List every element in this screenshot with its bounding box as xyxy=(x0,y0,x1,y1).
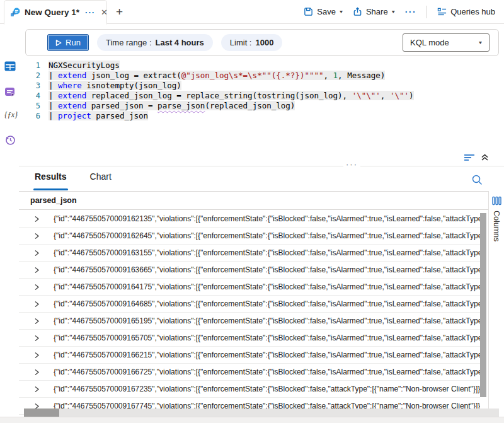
expand-chevron-icon[interactable] xyxy=(34,250,40,256)
table-row[interactable]: {"id":"4467550570009163665","violations"… xyxy=(19,262,480,279)
new-tab-button[interactable]: + xyxy=(116,5,123,19)
expand-chevron-icon[interactable] xyxy=(34,335,40,341)
panel-resize-handle[interactable]: ··· xyxy=(343,159,360,169)
limit-picker[interactable]: Limit : 1000 xyxy=(221,34,283,51)
row-json-text: {"id":"4467550570009163155","violations"… xyxy=(54,248,480,257)
code-line[interactable]: 6| project parsed_json xyxy=(19,111,504,121)
row-json-text: {"id":"4467550570009163665","violations"… xyxy=(54,265,480,274)
results-tab-chart[interactable]: Chart xyxy=(90,171,112,190)
row-json-text: {"id":"4467550570009166725","violations"… xyxy=(54,368,480,376)
azure-data-explorer-window: New Query 1* ··· ✕ + Save ▾ xyxy=(0,0,504,423)
left-rail: {ƒx} xyxy=(0,25,19,423)
panel-divider xyxy=(19,166,504,166)
vertical-scrollbar[interactable] xyxy=(480,213,486,397)
time-range-value: Last 4 hours xyxy=(156,38,204,47)
table-row[interactable]: {"id":"4467550570009167235","violations"… xyxy=(19,381,480,398)
tab-close-icon[interactable]: ✕ xyxy=(101,8,108,17)
results-tab-list: ResultsChart xyxy=(35,171,112,190)
table-row[interactable]: {"id":"4467550570009162645","violations"… xyxy=(19,228,480,245)
share-button[interactable]: Share ▾ xyxy=(350,7,398,16)
table-row[interactable]: {"id":"4467550570009162135","violations"… xyxy=(19,211,480,228)
share-icon xyxy=(353,7,362,16)
format-lines-icon[interactable] xyxy=(464,154,475,161)
expand-chevron-icon[interactable] xyxy=(34,267,40,273)
time-range-picker[interactable]: Time range : Last 4 hours xyxy=(97,34,213,51)
row-json-text: {"id":"4467550570009164175","violations"… xyxy=(54,282,480,291)
run-button[interactable]: Run xyxy=(47,34,89,51)
line-number: 4 xyxy=(19,91,40,101)
code-line[interactable]: 2| extend json_log = extract(@"json_log\… xyxy=(19,71,504,81)
code-line[interactable]: 4| extend replaced_json_log = replace_st… xyxy=(19,91,504,101)
tab-more-icon[interactable]: ··· xyxy=(85,8,95,17)
row-json-text: {"id":"4467550570009162135","violations"… xyxy=(54,214,480,223)
line-number: 3 xyxy=(19,81,40,91)
expand-chevron-icon[interactable] xyxy=(34,301,40,307)
table-row[interactable]: {"id":"4467550570009163155","violations"… xyxy=(19,245,480,262)
limit-label: Limit : xyxy=(230,38,252,47)
play-icon xyxy=(55,40,62,46)
save-chevron-down-icon[interactable]: ▾ xyxy=(340,9,343,14)
share-chevron-down-icon[interactable]: ▾ xyxy=(392,9,395,14)
table-row[interactable]: {"id":"4467550570009164685","violations"… xyxy=(19,296,480,313)
expand-chevron-icon[interactable] xyxy=(34,216,40,222)
tab-title: New Query 1* xyxy=(25,8,79,17)
query-mode-value: KQL mode xyxy=(410,38,449,47)
row-json-text: {"id":"4467550570009165195","violations"… xyxy=(54,316,480,325)
results-tab-results[interactable]: Results xyxy=(35,171,67,190)
expand-chevron-icon[interactable] xyxy=(34,318,40,324)
query-mode-select[interactable]: KQL mode ▾ xyxy=(403,33,490,52)
columns-icon xyxy=(492,196,501,206)
code-text: | extend json_log = extract(@"json_log\s… xyxy=(49,71,385,81)
table-row[interactable]: {"id":"4467550570009165705","violations"… xyxy=(19,330,480,347)
table-row[interactable]: {"id":"4467550570009165195","violations"… xyxy=(19,313,480,330)
expand-chevron-icon[interactable] xyxy=(34,233,40,239)
save-button[interactable]: Save ▾ xyxy=(301,7,345,16)
code-text: NGXSecurityLogs xyxy=(49,61,120,71)
search-results-icon[interactable] xyxy=(471,174,484,187)
queries-hub-button[interactable]: Queries hub xyxy=(435,7,498,16)
window-bottom-edge xyxy=(0,417,504,423)
horizontal-scrollbar-thumb[interactable] xyxy=(24,409,59,417)
share-label: Share xyxy=(366,7,388,16)
horizontal-scrollbar[interactable] xyxy=(24,409,499,417)
results-grid: {"id":"4467550570009162135","violations"… xyxy=(19,211,480,415)
expand-chevron-icon[interactable] xyxy=(34,386,40,392)
history-icon[interactable] xyxy=(4,134,16,146)
save-label: Save xyxy=(317,7,336,16)
row-json-text: {"id":"4467550570009164685","violations"… xyxy=(54,299,480,308)
table-row[interactable]: {"id":"4467550570009166215","violations"… xyxy=(19,347,480,364)
code-line[interactable]: 3| where isnotempty(json_log) xyxy=(19,81,504,91)
expand-chevron-icon[interactable] xyxy=(34,352,40,358)
code-text: | where isnotempty(json_log) xyxy=(49,81,181,91)
kql-editor[interactable]: 1NGXSecurityLogs2| extend json_log = ext… xyxy=(19,61,504,153)
column-header-label: parsed_json xyxy=(30,196,77,205)
results-column-header[interactable]: parsed_json xyxy=(19,191,488,210)
table-row[interactable]: {"id":"4467550570009166725","violations"… xyxy=(19,364,480,381)
row-json-text: {"id":"4467550570009166215","violations"… xyxy=(54,351,480,359)
line-number: 1 xyxy=(19,61,40,71)
code-line[interactable]: 1NGXSecurityLogs xyxy=(19,61,504,71)
command-bar: Save ▾ Share ▾ ··· xyxy=(301,0,504,23)
queries-hub-label: Queries hub xyxy=(450,7,495,16)
expand-chevron-icon[interactable] xyxy=(34,369,40,375)
editor-footer-actions xyxy=(464,153,489,161)
row-json-text: {"id":"4467550570009162645","violations"… xyxy=(54,231,480,240)
saved-scripts-icon[interactable] xyxy=(4,86,16,98)
row-json-text: {"id":"4467550570009165705","violations"… xyxy=(54,333,480,342)
time-range-label: Time range : xyxy=(106,38,152,47)
table-explorer-icon[interactable] xyxy=(4,61,16,72)
functions-icon[interactable]: {ƒx} xyxy=(4,110,16,122)
tab-new-query-1[interactable]: New Query 1* ··· ✕ xyxy=(4,0,107,25)
code-text: | project parsed_json xyxy=(49,111,148,121)
table-row[interactable]: {"id":"4467550570009164175","violations"… xyxy=(19,279,480,296)
code-line[interactable]: 5| extend parsed_json = parse_json(repla… xyxy=(19,101,504,111)
row-json-text: {"id":"4467550570009167235","violations"… xyxy=(54,385,480,393)
query-toolbar: Run Time range : Last 4 hours Limit : 10… xyxy=(25,29,499,56)
collapse-editor-icon[interactable] xyxy=(481,153,489,161)
more-commands-icon[interactable]: ··· xyxy=(403,7,420,17)
columns-panel-label: Columns xyxy=(492,211,501,241)
columns-panel-tab[interactable]: Columns xyxy=(488,191,504,409)
run-label: Run xyxy=(66,38,81,47)
expand-chevron-icon[interactable] xyxy=(34,284,40,290)
line-number: 2 xyxy=(19,71,40,81)
